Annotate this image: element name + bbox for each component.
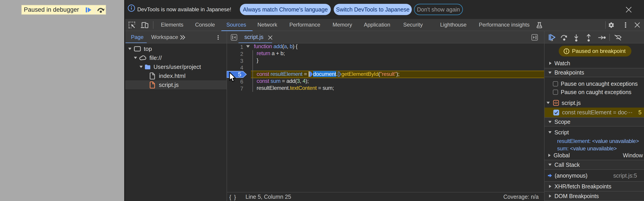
svg-text:5: 5 [238,71,241,78]
